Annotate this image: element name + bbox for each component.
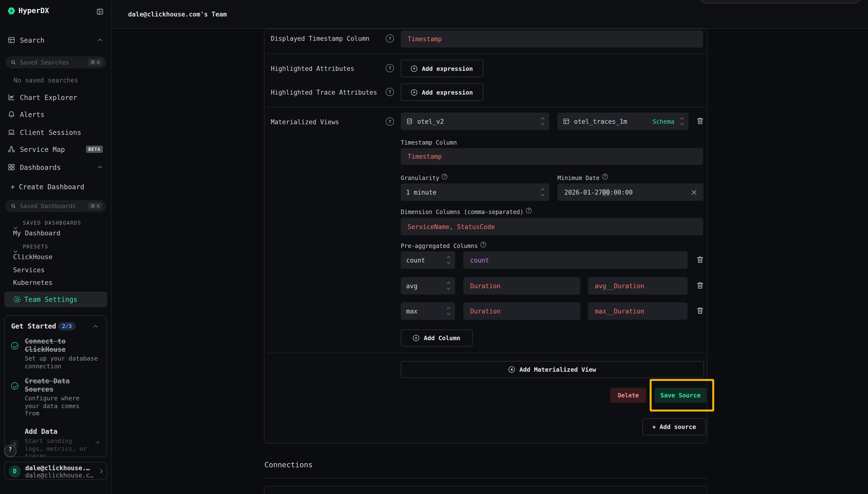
schema-badge[interactable]: Schema — [653, 118, 674, 125]
saved-dashboards-placeholder: Saved Dashboards — [20, 203, 76, 209]
field-label: Timestamp Column — [401, 139, 457, 146]
displayed-timestamp-input[interactable]: Timestamp — [401, 31, 703, 48]
gear-icon — [14, 296, 20, 303]
sidebar-item-search[interactable]: Search — [0, 35, 112, 45]
chevron-up-icon[interactable] — [94, 325, 98, 329]
granularity-select[interactable]: 1 minute — [401, 184, 549, 201]
step-desc: Configure where your data comes from — [25, 395, 89, 417]
field-label: Pre-aggregated Columns ? — [401, 243, 486, 249]
question-circle-icon[interactable]: ? — [442, 174, 448, 179]
agg-expression-input[interactable]: Duration — [463, 277, 580, 294]
agg-expression-input[interactable]: Duration — [463, 302, 580, 320]
agg-fn-select[interactable]: count — [401, 251, 455, 269]
field-label: Dimension Columns (comma-separated) ? — [401, 209, 532, 215]
progress-badge: 2/3 — [58, 322, 76, 330]
sidebar-item-services[interactable]: Services — [13, 266, 45, 274]
delete-button[interactable]: Delete — [610, 388, 646, 403]
dimension-columns-input[interactable]: ServiceName, StatusCode — [401, 218, 703, 235]
agg-expression-input[interactable]: count — [463, 251, 688, 269]
sidebar-item-alerts[interactable]: Alerts — [0, 110, 112, 119]
agg-alias-input[interactable]: avg__Duration — [588, 277, 688, 294]
minimum-date-input[interactable]: 2026-01-27 00:00:00 — [558, 184, 703, 201]
field-label: Displayed Timestamp Column — [271, 35, 369, 43]
select-chevrons-icon — [447, 282, 450, 289]
trash-icon[interactable] — [696, 256, 704, 264]
mv-timestamp-column-input[interactable]: Timestamp — [401, 148, 703, 165]
team-settings-label: Team Settings — [24, 296, 77, 303]
table-grid-icon — [563, 118, 570, 125]
step-title[interactable]: Add Data — [25, 428, 58, 435]
sidebar-collapse-icon[interactable] — [97, 8, 103, 15]
search-icon — [11, 203, 16, 209]
add-materialized-view-button[interactable]: Add Materialized View — [401, 361, 704, 378]
floating-search-pill[interactable] — [700, 0, 861, 3]
agg-fn-select[interactable]: avg — [401, 277, 455, 294]
sidebar-item-label: Service Map — [20, 146, 65, 153]
add-source-button[interactable]: + Add source — [642, 418, 706, 435]
select-chevrons-icon — [447, 308, 450, 315]
question-mark-icon: ? — [5, 446, 16, 453]
source-settings-panel: Displayed Timestamp Column ? Timestamp H… — [264, 28, 708, 443]
saved-dashboards-input[interactable]: Saved Dashboards ⌘ K — [5, 200, 106, 212]
sidebar-item-label: Alerts — [20, 111, 44, 118]
create-dashboard-button[interactable]: + Create Dashboard — [0, 182, 112, 192]
question-circle-icon[interactable]: ? — [386, 35, 394, 43]
sidebar-item-team-settings[interactable]: Team Settings — [4, 292, 107, 307]
presets-header: PRESETS — [23, 244, 48, 249]
sidebar-item-dashboards[interactable]: Dashboards — [0, 163, 112, 172]
beta-badge: BETA — [86, 146, 103, 153]
page-title: dale@clickhouse.com's Team — [128, 11, 227, 18]
question-circle-icon[interactable]: ? — [386, 88, 394, 96]
search-section-icon — [8, 36, 15, 44]
get-started-title: Get Started — [11, 322, 56, 330]
field-label: Highlighted Trace Attributes — [271, 89, 377, 97]
hyperdx-logo-icon — [8, 7, 15, 15]
step-title[interactable]: ClickHouse — [25, 345, 66, 353]
connections-panel — [264, 486, 708, 494]
sidebar-item-label: Search — [20, 36, 44, 44]
plus-circle-icon — [411, 89, 418, 95]
saved-searches-input[interactable]: Saved Searches ⌘ K — [5, 56, 106, 69]
step-title[interactable]: Connect to — [25, 337, 66, 345]
add-expression-button[interactable]: Add expression — [401, 83, 483, 101]
add-expression-button[interactable]: Add expression — [401, 60, 483, 77]
step-title[interactable]: Create Data — [25, 377, 70, 385]
table-select[interactable]: otel_traces_1m Schema — [558, 113, 689, 130]
trash-icon[interactable] — [696, 307, 704, 315]
agg-fn-select[interactable]: max — [401, 302, 455, 320]
save-source-button[interactable]: Save Source — [655, 388, 707, 403]
add-column-button[interactable]: Add Column — [401, 329, 472, 346]
chevron-right-icon — [98, 469, 103, 473]
trash-icon[interactable] — [696, 282, 704, 289]
user-email: dale@clickhouse.c… — [25, 472, 94, 479]
clear-icon[interactable] — [691, 190, 697, 195]
view-select[interactable]: otel_v2 — [401, 113, 549, 130]
question-circle-icon[interactable]: ? — [386, 64, 394, 72]
question-circle-icon[interactable]: ? — [480, 242, 486, 247]
sidebar-item-client-sessions[interactable]: Client Sessions — [0, 128, 112, 137]
shortcut-badge: ⌘ K — [88, 59, 103, 66]
user-name: dale@clickhouse.… — [25, 464, 90, 472]
user-menu[interactable]: D dale@clickhouse.… dale@clickhouse.c… — [4, 462, 107, 480]
sidebar-item-clickhouse[interactable]: ClickHouse — [13, 253, 53, 261]
question-circle-icon[interactable]: ? — [526, 208, 532, 213]
question-circle-icon[interactable]: ? — [386, 117, 394, 126]
arrow-right-icon: → — [95, 438, 99, 446]
question-circle-icon[interactable]: ? — [602, 174, 608, 179]
trash-icon[interactable] — [696, 117, 704, 125]
sidebar-item-chart-explorer[interactable]: Chart Explorer — [0, 93, 112, 102]
sidebar-item-my-dashboard[interactable]: My Dashboard — [13, 229, 60, 237]
connections-heading: Connections — [265, 460, 313, 469]
sidebar-item-label: Dashboards — [20, 164, 61, 171]
avatar: D — [9, 466, 21, 477]
get-started-panel: Get Started 2/3 Connect to ClickHouse Se… — [4, 316, 107, 457]
check-circle-icon — [11, 342, 18, 349]
topbar: dale@clickhouse.com's Team — [112, 0, 868, 28]
saved-searches-placeholder: Saved Searches — [20, 59, 69, 66]
step-title[interactable]: Sources — [25, 385, 53, 393]
sidebar-item-kubernetes[interactable]: Kubernetes — [13, 279, 53, 286]
sidebar: HyperDX Search Saved Searches ⌘ K No sav… — [0, 0, 112, 494]
selected-time-segment[interactable]: 00 — [602, 189, 610, 196]
agg-alias-input[interactable]: max__Duration — [588, 302, 688, 320]
help-button[interactable]: ? — [4, 445, 17, 457]
